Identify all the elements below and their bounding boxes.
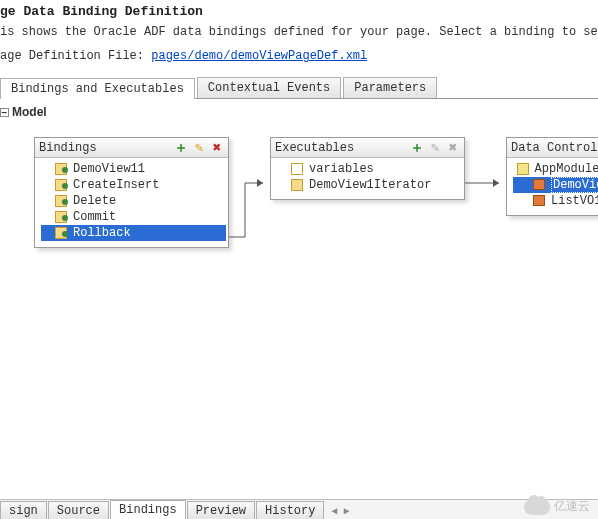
binding-item[interactable]: Rollback <box>41 225 226 241</box>
bindings-panel: Bindings ＋ ✎ ✖ DemoView11 CreateInsert D… <box>34 137 229 248</box>
edit-icon[interactable]: ✎ <box>192 141 206 155</box>
bottom-editor-tabs: sign Source Bindings Preview History ◄ ►… <box>0 499 598 519</box>
binding-label: DemoView11 <box>73 162 145 176</box>
page-def-file-line: age Definition File: pages/demo/demoView… <box>0 49 598 63</box>
tab-scroll-icon[interactable]: ◄ ► <box>327 504 353 519</box>
model-label: Model <box>12 105 47 119</box>
data-control-root[interactable]: AppModuleDat <box>513 161 598 177</box>
collapse-icon: − <box>0 108 9 117</box>
view-object-icon <box>533 179 547 191</box>
svg-marker-0 <box>257 179 263 187</box>
tab-bindings-executables[interactable]: Bindings and Executables <box>0 78 195 99</box>
page-def-file-link[interactable]: pages/demo/demoViewPageDef.xml <box>151 49 367 63</box>
bindings-tree: DemoView11 CreateInsert Delete Commit Ro… <box>35 158 228 247</box>
data-control-label: AppModuleDat <box>535 162 598 176</box>
iterator-icon <box>291 179 305 191</box>
editor-tab-preview[interactable]: Preview <box>187 501 255 519</box>
page-title: ge Data Binding Definition <box>0 4 598 19</box>
data-control-panel-title: Data Control <box>511 141 598 155</box>
binding-label: Rollback <box>73 226 131 240</box>
executables-panel: Executables ＋ ✎ ✖ variables DemoView1Ite… <box>270 137 465 200</box>
executable-item[interactable]: variables <box>277 161 462 177</box>
executables-panel-title: Executables <box>275 141 410 155</box>
tab-parameters[interactable]: Parameters <box>343 77 437 98</box>
binding-icon <box>55 211 69 223</box>
executables-tree: variables DemoView1Iterator <box>271 158 464 199</box>
data-control-item[interactable]: DemoView1 <box>513 177 598 193</box>
page-description: is shows the Oracle ADF data bindings de… <box>0 25 598 39</box>
connector-executables-to-datacontrol <box>465 173 507 193</box>
binding-item[interactable]: Commit <box>41 209 226 225</box>
variables-icon <box>291 163 305 175</box>
binding-item[interactable]: DemoView11 <box>41 161 226 177</box>
binding-label: Delete <box>73 194 116 208</box>
editor-tab-history[interactable]: History <box>256 501 324 519</box>
data-control-tree: AppModuleDat DemoView1 ListVO1 <box>507 158 598 215</box>
delete-icon[interactable]: ✖ <box>210 141 224 155</box>
add-icon[interactable]: ＋ <box>410 141 424 155</box>
bindings-panel-title: Bindings <box>39 141 174 155</box>
binding-label: CreateInsert <box>73 178 159 192</box>
page-def-file-label: age Definition File: <box>0 49 151 63</box>
binding-label: Commit <box>73 210 116 224</box>
tab-contextual-events[interactable]: Contextual Events <box>197 77 341 98</box>
svg-marker-1 <box>493 179 499 187</box>
executable-label: DemoView1Iterator <box>309 178 431 192</box>
binding-icon <box>55 163 69 175</box>
editor-tab-bindings[interactable]: Bindings <box>110 500 186 519</box>
binding-icon <box>55 195 69 207</box>
data-control-label: DemoView1 <box>551 177 598 193</box>
watermark-text: 亿速云 <box>554 498 590 515</box>
edit-icon: ✎ <box>428 141 442 155</box>
model-section-toggle[interactable]: −Model <box>0 105 598 119</box>
binding-item[interactable]: Delete <box>41 193 226 209</box>
executable-label: variables <box>309 162 374 176</box>
top-tabs: Bindings and Executables Contextual Even… <box>0 77 598 99</box>
editor-tab-design[interactable]: sign <box>0 501 47 519</box>
data-control-item[interactable]: ListVO1 <box>513 193 598 209</box>
add-icon[interactable]: ＋ <box>174 141 188 155</box>
cloud-icon <box>524 499 550 515</box>
app-module-icon <box>517 163 531 175</box>
binding-icon <box>55 179 69 191</box>
delete-icon: ✖ <box>446 141 460 155</box>
binding-icon <box>55 227 69 239</box>
watermark: 亿速云 <box>524 498 590 515</box>
data-control-panel: Data Control AppModuleDat DemoView1 List… <box>506 137 598 216</box>
model-canvas: Bindings ＋ ✎ ✖ DemoView11 CreateInsert D… <box>0 137 598 497</box>
connector-bindings-to-executables <box>229 177 271 247</box>
view-object-icon <box>533 195 547 207</box>
data-control-label: ListVO1 <box>551 194 598 208</box>
executable-item[interactable]: DemoView1Iterator <box>277 177 462 193</box>
binding-item[interactable]: CreateInsert <box>41 177 226 193</box>
editor-tab-source[interactable]: Source <box>48 501 109 519</box>
